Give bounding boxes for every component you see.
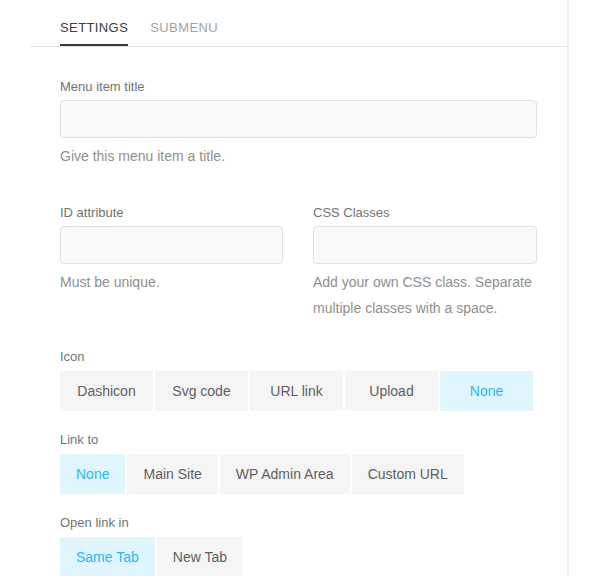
css-classes-field: CSS Classes Add your own CSS class. Sepa… [313,205,537,321]
link-to-button-group: NoneMain SiteWP Admin AreaCustom URL [60,454,537,494]
id-attribute-label: ID attribute [60,205,283,220]
icon-option-upload[interactable]: Upload [345,371,438,411]
tab-submenu[interactable]: SUBMENU [150,20,218,35]
menu-item-title-field: Menu item title Give this menu item a ti… [60,79,537,169]
icon-label: Icon [60,349,537,364]
link-to-option-none[interactable]: None [60,454,125,494]
settings-panel: SETTINGS SUBMENU Menu item title Give th… [0,0,600,576]
menu-item-title-help: Give this menu item a title. [60,143,537,169]
panel-right-border [567,0,569,576]
icon-option-url-link[interactable]: URL link [250,371,343,411]
icon-button-group: DashiconSvg codeURL linkUploadNone [60,371,537,411]
css-classes-help: Add your own CSS class. Separate multipl… [313,269,537,321]
id-attribute-input[interactable] [60,226,283,264]
menu-item-title-label: Menu item title [60,79,537,94]
id-attribute-help: Must be unique. [60,269,283,295]
open-link-in-label: Open link in [60,515,537,530]
link-to-option-wp-admin-area[interactable]: WP Admin Area [220,454,350,494]
tabs-bar: SETTINGS SUBMENU [0,0,600,47]
open-link-in-option-same-tab[interactable]: Same Tab [60,537,155,576]
css-classes-label: CSS Classes [313,205,537,220]
icon-option-dashicon[interactable]: Dashicon [60,371,153,411]
open-link-in-option-new-tab[interactable]: New Tab [157,537,243,576]
tab-settings[interactable]: SETTINGS [60,20,128,35]
link-to-option-main-site[interactable]: Main Site [127,454,217,494]
css-classes-input[interactable] [313,226,537,264]
open-link-in-section: Open link in Same TabNew Tab [60,515,537,576]
icon-option-svg-code[interactable]: Svg code [155,371,248,411]
tabs-divider [30,46,567,47]
menu-item-title-input[interactable] [60,100,537,138]
icon-section: Icon DashiconSvg codeURL linkUploadNone [60,349,537,411]
open-link-in-button-group: Same TabNew Tab [60,537,537,576]
icon-option-none[interactable]: None [440,371,533,411]
link-to-label: Link to [60,432,537,447]
link-to-option-custom-url[interactable]: Custom URL [352,454,464,494]
attributes-row: ID attribute Must be unique. CSS Classes… [60,205,537,321]
id-attribute-field: ID attribute Must be unique. [60,205,283,321]
link-to-section: Link to NoneMain SiteWP Admin AreaCustom… [60,432,537,494]
